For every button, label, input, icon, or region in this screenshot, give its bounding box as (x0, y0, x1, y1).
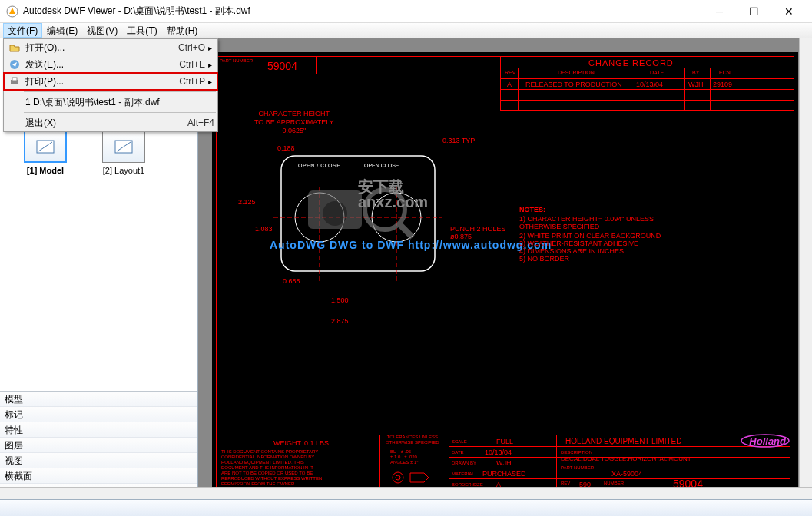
sidebar-scrollbar[interactable] (0, 487, 198, 499)
watermark-anxz: 安下载 anxz.com (358, 179, 428, 210)
title-bar: Autodesk DWF Viewer - D:\桌面\说明书\test1 - … (0, 0, 812, 23)
minimize-button[interactable]: ─ (702, 0, 737, 22)
drawing-canvas[interactable]: PART NUMBER 59004 CHANGE RECORD REV DESC… (212, 52, 798, 493)
svg-rect-15 (12, 78, 17, 81)
tab-model[interactable]: 模型 (0, 392, 197, 407)
menu-view[interactable]: 视图(V) (82, 23, 122, 38)
canvas-scrollbar-vertical[interactable] (799, 38, 812, 499)
menu-item-send[interactable]: 发送(E)... Ctrl+E ▸ (4, 56, 217, 73)
svg-point-27 (393, 472, 403, 483)
menu-bar: 文件(F) 编辑(E) 视图(V) 工具(T) 帮助(H) (0, 23, 812, 38)
svg-point-25 (323, 201, 347, 226)
menu-tools[interactable]: 工具(T) (122, 23, 161, 38)
canvas-wrap: PART NUMBER 59004 CHANGE RECORD REV DESC… (198, 38, 812, 499)
file-menu-dropdown: 打开(O)... Ctrl+O ▸ 发送(E)... Ctrl+E ▸ 打印(P… (3, 38, 218, 132)
app-icon (6, 5, 18, 18)
tab-views[interactable]: 视图 (0, 453, 197, 468)
menu-item-exit[interactable]: 退出(X) Alt+F4 (4, 114, 217, 131)
menu-item-print[interactable]: 打印(P)... Ctrl+P ▸ (4, 73, 217, 90)
send-icon (7, 58, 22, 71)
tab-properties[interactable]: 特性 (0, 422, 197, 438)
open-icon (7, 41, 22, 54)
tab-layers[interactable]: 图层 (0, 438, 197, 453)
tab-markup[interactable]: 标记 (0, 407, 197, 422)
menu-item-recent[interactable]: 1 D:\桌面\说明书\test1 - 副本.dwf (4, 94, 217, 111)
svg-point-28 (396, 475, 400, 480)
print-icon (7, 75, 22, 88)
menu-edit[interactable]: 编辑(E) (42, 23, 82, 38)
tab-cross-section[interactable]: 横截面 (0, 468, 197, 484)
thumbnail-layout1[interactable]: [2] Layout1 (95, 131, 152, 175)
window-title: Autodesk DWF Viewer - D:\桌面\说明书\test1 - … (23, 5, 702, 18)
menu-item-open[interactable]: 打开(O)... Ctrl+O ▸ (4, 39, 217, 56)
close-button[interactable]: ✕ (771, 0, 806, 22)
menu-file[interactable]: 文件(F) (3, 23, 42, 38)
maximize-button[interactable]: ☐ (737, 0, 771, 22)
canvas-scrollbar-horizontal[interactable] (198, 487, 812, 499)
svg-point-29 (741, 435, 789, 447)
menu-help[interactable]: 帮助(H) (162, 23, 203, 38)
side-tabs: 模型 标记 特性 图层 视图 横截面 动画 (0, 391, 197, 499)
thumbnail-model[interactable]: [1] Model (17, 131, 74, 175)
status-bar (0, 499, 812, 516)
watermark-autodwg: AutoDWG DWG to DWF http://www.autodwg.co… (270, 239, 552, 251)
